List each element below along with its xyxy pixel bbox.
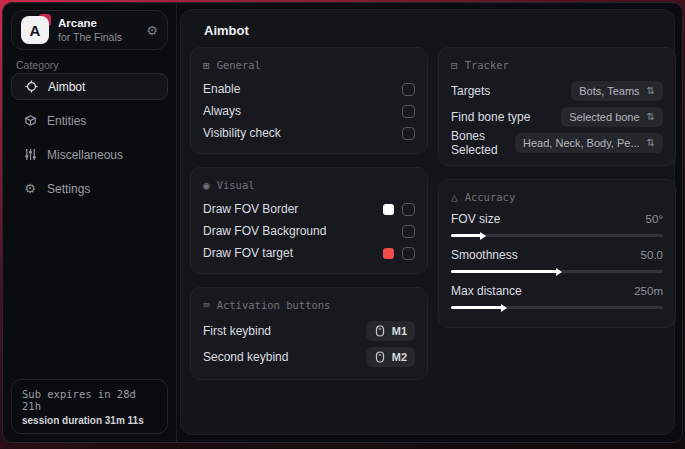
sidebar: A Arcane for The Finals ⚙ Category Aimbo… [3,3,177,442]
gear-icon: ⚙ [23,182,37,196]
setting-row-targets: Targets Bots, Teams ⇅ [451,78,663,104]
fov-target-color-swatch[interactable] [383,248,394,259]
keyboard-icon: ⌨ [203,300,210,311]
visual-card: ◉ Visual Draw FOV Border Draw FOV Backgr… [190,167,428,274]
settings-gear-icon[interactable]: ⚙ [146,23,158,38]
always-checkbox[interactable] [402,105,415,118]
tracker-card: ⊟ Tracker Targets Bots, Teams ⇅ Find bon… [438,47,676,166]
max-distance-value: 250m [634,285,663,297]
smoothness-slider[interactable] [451,270,663,273]
second-keybind-button[interactable]: M2 [366,347,415,367]
app-window: A Arcane for The Finals ⚙ Category Aimbo… [2,2,683,443]
sidebar-item-label: Miscellaneous [47,148,123,162]
setting-row-always: Always [203,100,415,122]
general-card: ⊞ General Enable Always Visibility check [190,47,428,154]
card-title-visual: Visual [217,179,255,191]
logo-letter: A [21,16,49,44]
smoothness-value: 50.0 [641,249,663,261]
app-titles: Arcane for The Finals [58,16,122,44]
slider-fill [451,234,481,237]
accuracy-icon: △ [451,192,458,203]
card-title-tracker: Tracker [465,59,509,71]
sidebar-item-miscellaneous[interactable]: Miscellaneous [11,141,168,168]
setting-row-fov-border: Draw FOV Border [203,198,415,220]
find-bone-type-dropdown[interactable]: Selected bone ⇅ [561,107,663,127]
setting-row-fov-background: Draw FOV Background [203,220,415,242]
column-right: ⊟ Tracker Targets Bots, Teams ⇅ Find bon… [438,47,676,341]
sliders-icon [23,148,37,162]
column-left: ⊞ General Enable Always Visibility check [190,47,428,393]
subscription-info: Sub expires in 28d 21h session duration … [11,379,168,434]
setting-row-visibility-check: Visibility check [203,122,415,144]
fov-border-checkbox[interactable] [402,203,415,216]
sidebar-item-aimbot[interactable]: Aimbot [11,73,168,100]
main-panel: Aimbot ⊞ General Enable Always Visibilit… [180,9,675,435]
app-subtitle: for The Finals [58,31,122,44]
sidebar-item-entities[interactable]: Entities [11,107,168,134]
session-duration-text: session duration 31m 11s [22,415,157,426]
visibility-check-checkbox[interactable] [402,127,415,140]
first-keybind-button[interactable]: M1 [366,321,415,341]
app-name: Arcane [58,16,122,30]
sidebar-item-label: Entities [47,114,86,128]
fov-target-checkbox[interactable] [402,247,415,260]
smoothness-setting: Smoothness 50.0 [451,246,663,273]
fov-size-setting: FOV size 50° [451,210,663,237]
enable-checkbox[interactable] [402,83,415,96]
setting-row-second-keybind: Second keybind M2 [203,344,415,370]
mouse-icon [374,351,386,363]
sidebar-item-label: Settings [47,182,90,196]
chevron-updown-icon: ⇅ [647,86,655,96]
card-title-accuracy: Accuracy [465,191,516,203]
sidebar-item-settings[interactable]: ⚙ Settings [11,175,168,202]
accuracy-card: △ Accuracy FOV size 50° Smoothness 5 [438,179,676,328]
card-title-activation: Activation buttons [217,299,331,311]
fov-border-color-swatch[interactable] [383,204,394,215]
category-label: Category [16,59,59,71]
fov-size-value: 50° [646,213,663,225]
visual-icon: ◉ [203,180,210,191]
slider-fill [451,306,502,309]
sidebar-item-label: Aimbot [48,80,85,94]
tracker-icon: ⊟ [451,60,458,71]
general-icon: ⊞ [203,60,210,71]
activation-card: ⌨ Activation buttons First keybind M1 [190,287,428,380]
page-title: Aimbot [204,23,249,38]
max-distance-slider[interactable] [451,306,663,309]
setting-row-find-bone-type: Find bone type Selected bone ⇅ [451,104,663,130]
setting-row-first-keybind: First keybind M1 [203,318,415,344]
slider-fill [451,270,557,273]
chevron-updown-icon: ⇅ [647,138,655,148]
targets-dropdown[interactable]: Bots, Teams ⇅ [571,81,663,101]
chevron-updown-icon: ⇅ [647,112,655,122]
sub-expiry-text: Sub expires in 28d 21h [22,388,157,412]
mouse-icon [374,325,386,337]
setting-row-enable: Enable [203,78,415,100]
entities-icon [23,114,37,128]
card-title-general: General [217,59,261,71]
crosshair-icon [24,80,38,94]
max-distance-setting: Max distance 250m [451,282,663,309]
setting-row-bones-selected: Bones Selected Head, Neck, Body, Pe... ⇅ [451,130,663,156]
app-header: A Arcane for The Finals ⚙ [11,10,168,50]
setting-row-fov-target: Draw FOV target [203,242,415,264]
fov-background-checkbox[interactable] [402,225,415,238]
bones-selected-dropdown[interactable]: Head, Neck, Body, Pe... ⇅ [515,133,663,153]
app-logo: A [21,16,49,44]
sidebar-nav: Aimbot Entities Miscellaneous [11,73,168,209]
fov-size-slider[interactable] [451,234,663,237]
